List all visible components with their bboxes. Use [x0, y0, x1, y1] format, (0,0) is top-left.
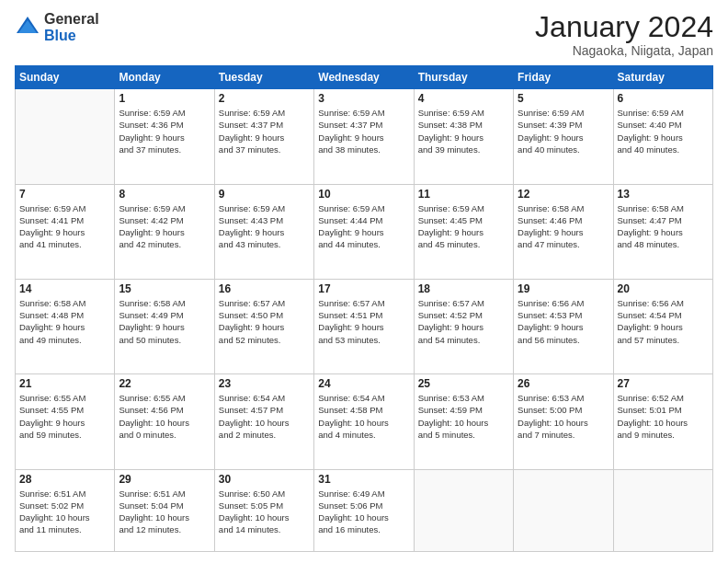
day-number: 5 [518, 92, 609, 105]
day-number: 26 [518, 377, 609, 390]
day-info: Sunrise: 6:57 AM Sunset: 4:52 PM Dayligh… [418, 297, 509, 346]
table-row: 28Sunrise: 6:51 AM Sunset: 5:02 PM Dayli… [16, 469, 115, 552]
day-info: Sunrise: 6:53 AM Sunset: 4:59 PM Dayligh… [418, 392, 509, 441]
calendar-week-4: 21Sunrise: 6:55 AM Sunset: 4:55 PM Dayli… [16, 374, 713, 469]
table-row: 13Sunrise: 6:58 AM Sunset: 4:47 PM Dayli… [613, 184, 712, 279]
table-row: 20Sunrise: 6:56 AM Sunset: 4:54 PM Dayli… [613, 279, 712, 373]
day-number: 19 [518, 282, 609, 295]
table-row: 24Sunrise: 6:54 AM Sunset: 4:58 PM Dayli… [314, 374, 414, 469]
day-number: 30 [219, 473, 310, 486]
day-info: Sunrise: 6:57 AM Sunset: 4:51 PM Dayligh… [318, 297, 409, 346]
header-wednesday: Wednesday [314, 66, 414, 89]
calendar-week-5: 28Sunrise: 6:51 AM Sunset: 5:02 PM Dayli… [16, 469, 713, 552]
table-row: 11Sunrise: 6:59 AM Sunset: 4:45 PM Dayli… [414, 184, 513, 279]
table-row: 19Sunrise: 6:56 AM Sunset: 4:53 PM Dayli… [514, 279, 613, 373]
day-number: 14 [19, 282, 110, 295]
day-number: 27 [618, 377, 709, 390]
day-info: Sunrise: 6:59 AM Sunset: 4:41 PM Dayligh… [19, 202, 110, 251]
day-info: Sunrise: 6:51 AM Sunset: 5:04 PM Dayligh… [119, 488, 210, 536]
table-row [613, 469, 712, 552]
table-row: 26Sunrise: 6:53 AM Sunset: 5:00 PM Dayli… [514, 374, 613, 469]
day-info: Sunrise: 6:58 AM Sunset: 4:49 PM Dayligh… [119, 297, 210, 346]
day-info: Sunrise: 6:58 AM Sunset: 4:46 PM Dayligh… [518, 202, 609, 251]
day-number: 2 [219, 92, 310, 105]
day-info: Sunrise: 6:52 AM Sunset: 5:01 PM Dayligh… [618, 392, 709, 441]
day-number: 8 [119, 188, 210, 201]
day-info: Sunrise: 6:51 AM Sunset: 5:02 PM Dayligh… [19, 488, 110, 536]
title-block: January 2024 Nagaoka, Niigata, Japan [535, 11, 713, 58]
day-info: Sunrise: 6:59 AM Sunset: 4:39 PM Dayligh… [518, 107, 609, 155]
day-number: 10 [318, 188, 409, 201]
day-info: Sunrise: 6:59 AM Sunset: 4:38 PM Dayligh… [418, 107, 509, 155]
table-row [16, 89, 115, 184]
table-row: 18Sunrise: 6:57 AM Sunset: 4:52 PM Dayli… [414, 279, 513, 373]
day-info: Sunrise: 6:55 AM Sunset: 4:56 PM Dayligh… [119, 392, 210, 441]
header-tuesday: Tuesday [214, 66, 313, 89]
calendar-table: Sunday Monday Tuesday Wednesday Thursday… [15, 65, 713, 552]
table-row: 6Sunrise: 6:59 AM Sunset: 4:40 PM Daylig… [613, 89, 712, 184]
table-row: 8Sunrise: 6:59 AM Sunset: 4:42 PM Daylig… [115, 184, 214, 279]
day-number: 25 [418, 377, 509, 390]
day-info: Sunrise: 6:59 AM Sunset: 4:40 PM Dayligh… [618, 107, 709, 155]
day-info: Sunrise: 6:59 AM Sunset: 4:45 PM Dayligh… [418, 202, 509, 251]
day-number: 23 [219, 377, 310, 390]
day-number: 31 [318, 473, 409, 486]
day-info: Sunrise: 6:57 AM Sunset: 4:50 PM Dayligh… [219, 297, 310, 346]
table-row: 12Sunrise: 6:58 AM Sunset: 4:46 PM Dayli… [514, 184, 613, 279]
day-info: Sunrise: 6:59 AM Sunset: 4:37 PM Dayligh… [318, 107, 409, 155]
day-number: 20 [618, 282, 709, 295]
logo: General Blue [15, 11, 99, 43]
day-number: 9 [219, 188, 310, 201]
day-number: 13 [618, 188, 709, 201]
day-info: Sunrise: 6:55 AM Sunset: 4:55 PM Dayligh… [19, 392, 110, 441]
header-friday: Friday [514, 66, 613, 89]
day-number: 24 [318, 377, 409, 390]
day-info: Sunrise: 6:56 AM Sunset: 4:54 PM Dayligh… [618, 297, 709, 346]
day-info: Sunrise: 6:54 AM Sunset: 4:57 PM Dayligh… [219, 392, 310, 441]
table-row: 14Sunrise: 6:58 AM Sunset: 4:48 PM Dayli… [16, 279, 115, 373]
day-number: 28 [19, 473, 110, 486]
day-number: 11 [418, 188, 509, 201]
header: General Blue January 2024 Nagaoka, Niiga… [15, 11, 713, 58]
table-row: 7Sunrise: 6:59 AM Sunset: 4:41 PM Daylig… [16, 184, 115, 279]
day-number: 18 [418, 282, 509, 295]
day-info: Sunrise: 6:53 AM Sunset: 5:00 PM Dayligh… [518, 392, 609, 441]
calendar-week-2: 7Sunrise: 6:59 AM Sunset: 4:41 PM Daylig… [16, 184, 713, 279]
logo-blue-text: Blue [44, 28, 99, 44]
day-info: Sunrise: 6:59 AM Sunset: 4:44 PM Dayligh… [318, 202, 409, 251]
day-number: 6 [618, 92, 709, 105]
day-number: 12 [518, 188, 609, 201]
day-number: 22 [119, 377, 210, 390]
header-sunday: Sunday [16, 66, 115, 89]
day-number: 4 [418, 92, 509, 105]
table-row [514, 469, 613, 552]
table-row: 27Sunrise: 6:52 AM Sunset: 5:01 PM Dayli… [613, 374, 712, 469]
day-info: Sunrise: 6:58 AM Sunset: 4:47 PM Dayligh… [618, 202, 709, 251]
logo-text: General Blue [44, 11, 99, 43]
table-row: 22Sunrise: 6:55 AM Sunset: 4:56 PM Dayli… [115, 374, 214, 469]
month-year: January 2024 [535, 11, 713, 43]
day-number: 7 [19, 188, 110, 201]
day-info: Sunrise: 6:50 AM Sunset: 5:05 PM Dayligh… [219, 488, 310, 536]
day-number: 15 [119, 282, 210, 295]
day-number: 16 [219, 282, 310, 295]
calendar-week-3: 14Sunrise: 6:58 AM Sunset: 4:48 PM Dayli… [16, 279, 713, 373]
table-row: 25Sunrise: 6:53 AM Sunset: 4:59 PM Dayli… [414, 374, 513, 469]
weekday-header-row: Sunday Monday Tuesday Wednesday Thursday… [16, 66, 713, 89]
day-number: 1 [119, 92, 210, 105]
day-info: Sunrise: 6:58 AM Sunset: 4:48 PM Dayligh… [19, 297, 110, 346]
day-info: Sunrise: 6:54 AM Sunset: 4:58 PM Dayligh… [318, 392, 409, 441]
day-info: Sunrise: 6:59 AM Sunset: 4:37 PM Dayligh… [219, 107, 310, 155]
day-info: Sunrise: 6:59 AM Sunset: 4:36 PM Dayligh… [119, 107, 210, 155]
day-info: Sunrise: 6:59 AM Sunset: 4:43 PM Dayligh… [219, 202, 310, 251]
day-info: Sunrise: 6:56 AM Sunset: 4:53 PM Dayligh… [518, 297, 609, 346]
table-row: 30Sunrise: 6:50 AM Sunset: 5:05 PM Dayli… [214, 469, 313, 552]
page: General Blue January 2024 Nagaoka, Niiga… [0, 0, 728, 563]
table-row: 1Sunrise: 6:59 AM Sunset: 4:36 PM Daylig… [115, 89, 214, 184]
table-row: 16Sunrise: 6:57 AM Sunset: 4:50 PM Dayli… [214, 279, 313, 373]
table-row: 17Sunrise: 6:57 AM Sunset: 4:51 PM Dayli… [314, 279, 414, 373]
table-row: 23Sunrise: 6:54 AM Sunset: 4:57 PM Dayli… [214, 374, 313, 469]
table-row: 10Sunrise: 6:59 AM Sunset: 4:44 PM Dayli… [314, 184, 414, 279]
table-row: 31Sunrise: 6:49 AM Sunset: 5:06 PM Dayli… [314, 469, 414, 552]
calendar-week-1: 1Sunrise: 6:59 AM Sunset: 4:36 PM Daylig… [16, 89, 713, 184]
